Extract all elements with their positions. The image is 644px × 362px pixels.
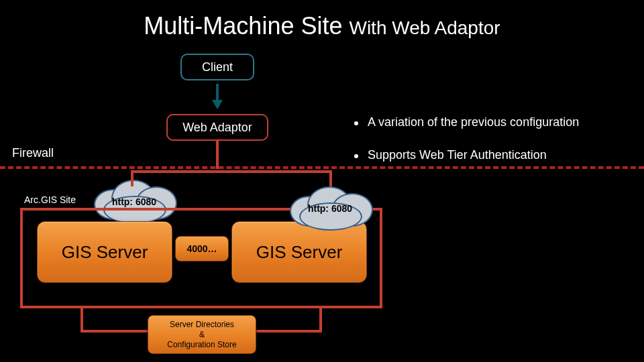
http-label-b: http: 6080 (308, 200, 352, 214)
gis-server-node-a: GIS Server (37, 221, 172, 283)
connector-line (254, 330, 322, 333)
connector-line (319, 306, 322, 333)
bullet-item: Supports Web Tier Authentication (354, 148, 636, 162)
connector-line (131, 170, 332, 173)
connector-line (80, 330, 150, 333)
bullet-dot-icon (354, 154, 358, 158)
client-node: Client (180, 54, 254, 80)
http-cloud-a: http: 6080 (94, 180, 174, 221)
bullet-text: A variation of the previous configuratio… (368, 115, 579, 129)
title-sub: With Web Adaptor (349, 17, 500, 38)
http-cloud-b: http: 6080 (290, 186, 370, 228)
web-adaptor-label: Web Adaptor (182, 121, 252, 135)
slide-title: Multi-Machine Site With Web Adaptor (0, 12, 644, 40)
gis-server-label-a: GIS Server (62, 242, 148, 263)
gis-server-node-b: GIS Server (231, 221, 367, 283)
connector-line (216, 141, 219, 169)
diagram-stage: Multi-Machine Site With Web Adaptor Clie… (0, 0, 644, 362)
http-label-a: http: 6080 (112, 194, 156, 207)
client-label: Client (202, 60, 233, 74)
web-adaptor-node: Web Adaptor (166, 114, 268, 141)
title-main: Multi-Machine Site (144, 12, 349, 40)
firewall-label: Firewall (12, 146, 54, 160)
connector-line (80, 306, 83, 333)
arrow-down-icon (213, 84, 221, 111)
site-frame (380, 208, 382, 308)
bullet-dot-icon (354, 121, 358, 125)
bullet-list: A variation of the previous configuratio… (354, 115, 636, 181)
site-frame (20, 306, 382, 308)
arcgis-site-label: Arc.GIS Site (24, 194, 76, 205)
gis-server-label-b: GIS Server (256, 242, 343, 263)
directories-label: Server Directories & Configuration Store (167, 320, 236, 350)
directories-node: Server Directories & Configuration Store (148, 315, 256, 354)
port-badge: 4000… (175, 236, 229, 261)
site-frame (20, 208, 23, 308)
bullet-item: A variation of the previous configuratio… (354, 115, 636, 129)
port-label: 4000… (186, 243, 217, 254)
bullet-text: Supports Web Tier Authentication (368, 148, 547, 162)
connector-line (131, 170, 133, 186)
